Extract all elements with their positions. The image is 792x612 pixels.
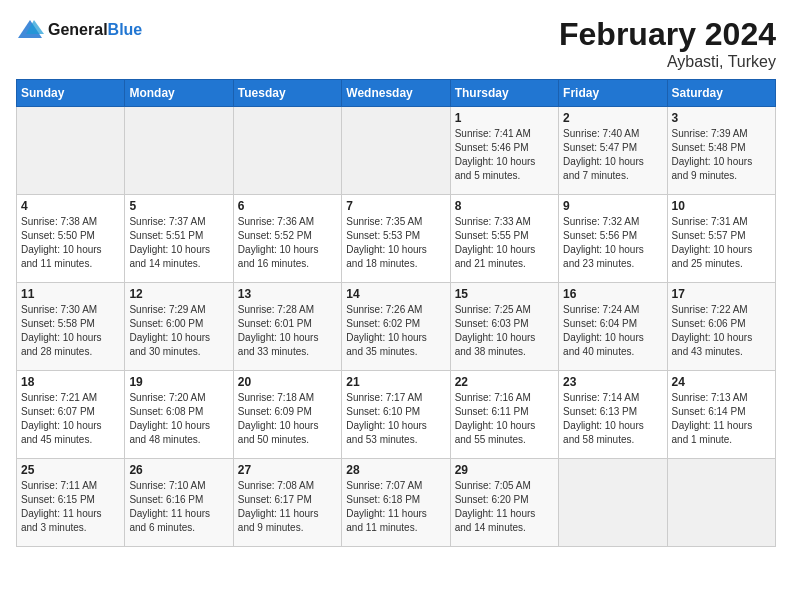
day-number: 17 bbox=[672, 287, 771, 301]
day-info: Sunrise: 7:17 AMSunset: 6:10 PMDaylight:… bbox=[346, 391, 445, 447]
day-info: Sunrise: 7:31 AMSunset: 5:57 PMDaylight:… bbox=[672, 215, 771, 271]
day-info: Sunrise: 7:32 AMSunset: 5:56 PMDaylight:… bbox=[563, 215, 662, 271]
day-number: 8 bbox=[455, 199, 554, 213]
day-info: Sunrise: 7:10 AMSunset: 6:16 PMDaylight:… bbox=[129, 479, 228, 535]
day-number: 1 bbox=[455, 111, 554, 125]
day-number: 18 bbox=[21, 375, 120, 389]
calendar-cell: 27Sunrise: 7:08 AMSunset: 6:17 PMDayligh… bbox=[233, 459, 341, 547]
calendar-cell bbox=[667, 459, 775, 547]
calendar-cell: 28Sunrise: 7:07 AMSunset: 6:18 PMDayligh… bbox=[342, 459, 450, 547]
day-number: 4 bbox=[21, 199, 120, 213]
title-block: February 2024 Aybasti, Turkey bbox=[559, 16, 776, 71]
day-number: 22 bbox=[455, 375, 554, 389]
calendar-table: SundayMondayTuesdayWednesdayThursdayFrid… bbox=[16, 79, 776, 547]
weekday-header-saturday: Saturday bbox=[667, 80, 775, 107]
day-info: Sunrise: 7:21 AMSunset: 6:07 PMDaylight:… bbox=[21, 391, 120, 447]
page-header: GeneralBlue February 2024 Aybasti, Turke… bbox=[16, 16, 776, 71]
day-info: Sunrise: 7:33 AMSunset: 5:55 PMDaylight:… bbox=[455, 215, 554, 271]
calendar-cell: 1Sunrise: 7:41 AMSunset: 5:46 PMDaylight… bbox=[450, 107, 558, 195]
day-number: 10 bbox=[672, 199, 771, 213]
day-number: 24 bbox=[672, 375, 771, 389]
calendar-week-row: 1Sunrise: 7:41 AMSunset: 5:46 PMDaylight… bbox=[17, 107, 776, 195]
day-info: Sunrise: 7:36 AMSunset: 5:52 PMDaylight:… bbox=[238, 215, 337, 271]
calendar-cell: 14Sunrise: 7:26 AMSunset: 6:02 PMDayligh… bbox=[342, 283, 450, 371]
day-info: Sunrise: 7:38 AMSunset: 5:50 PMDaylight:… bbox=[21, 215, 120, 271]
day-number: 16 bbox=[563, 287, 662, 301]
location: Aybasti, Turkey bbox=[559, 53, 776, 71]
day-info: Sunrise: 7:40 AMSunset: 5:47 PMDaylight:… bbox=[563, 127, 662, 183]
day-number: 28 bbox=[346, 463, 445, 477]
calendar-cell: 22Sunrise: 7:16 AMSunset: 6:11 PMDayligh… bbox=[450, 371, 558, 459]
day-info: Sunrise: 7:39 AMSunset: 5:48 PMDaylight:… bbox=[672, 127, 771, 183]
calendar-cell: 29Sunrise: 7:05 AMSunset: 6:20 PMDayligh… bbox=[450, 459, 558, 547]
calendar-week-row: 4Sunrise: 7:38 AMSunset: 5:50 PMDaylight… bbox=[17, 195, 776, 283]
day-info: Sunrise: 7:25 AMSunset: 6:03 PMDaylight:… bbox=[455, 303, 554, 359]
day-number: 27 bbox=[238, 463, 337, 477]
day-info: Sunrise: 7:08 AMSunset: 6:17 PMDaylight:… bbox=[238, 479, 337, 535]
calendar-week-row: 25Sunrise: 7:11 AMSunset: 6:15 PMDayligh… bbox=[17, 459, 776, 547]
day-info: Sunrise: 7:05 AMSunset: 6:20 PMDaylight:… bbox=[455, 479, 554, 535]
calendar-cell: 25Sunrise: 7:11 AMSunset: 6:15 PMDayligh… bbox=[17, 459, 125, 547]
day-number: 20 bbox=[238, 375, 337, 389]
day-number: 6 bbox=[238, 199, 337, 213]
calendar-week-row: 11Sunrise: 7:30 AMSunset: 5:58 PMDayligh… bbox=[17, 283, 776, 371]
day-number: 29 bbox=[455, 463, 554, 477]
weekday-header-tuesday: Tuesday bbox=[233, 80, 341, 107]
day-info: Sunrise: 7:22 AMSunset: 6:06 PMDaylight:… bbox=[672, 303, 771, 359]
calendar-cell: 3Sunrise: 7:39 AMSunset: 5:48 PMDaylight… bbox=[667, 107, 775, 195]
day-info: Sunrise: 7:29 AMSunset: 6:00 PMDaylight:… bbox=[129, 303, 228, 359]
day-number: 12 bbox=[129, 287, 228, 301]
calendar-cell: 6Sunrise: 7:36 AMSunset: 5:52 PMDaylight… bbox=[233, 195, 341, 283]
calendar-cell: 17Sunrise: 7:22 AMSunset: 6:06 PMDayligh… bbox=[667, 283, 775, 371]
day-info: Sunrise: 7:14 AMSunset: 6:13 PMDaylight:… bbox=[563, 391, 662, 447]
day-number: 19 bbox=[129, 375, 228, 389]
logo-text: GeneralBlue bbox=[48, 21, 142, 39]
calendar-cell: 8Sunrise: 7:33 AMSunset: 5:55 PMDaylight… bbox=[450, 195, 558, 283]
day-number: 26 bbox=[129, 463, 228, 477]
day-info: Sunrise: 7:30 AMSunset: 5:58 PMDaylight:… bbox=[21, 303, 120, 359]
calendar-cell: 16Sunrise: 7:24 AMSunset: 6:04 PMDayligh… bbox=[559, 283, 667, 371]
calendar-cell: 2Sunrise: 7:40 AMSunset: 5:47 PMDaylight… bbox=[559, 107, 667, 195]
calendar-cell bbox=[125, 107, 233, 195]
weekday-header-row: SundayMondayTuesdayWednesdayThursdayFrid… bbox=[17, 80, 776, 107]
day-info: Sunrise: 7:24 AMSunset: 6:04 PMDaylight:… bbox=[563, 303, 662, 359]
calendar-cell: 10Sunrise: 7:31 AMSunset: 5:57 PMDayligh… bbox=[667, 195, 775, 283]
calendar-cell: 13Sunrise: 7:28 AMSunset: 6:01 PMDayligh… bbox=[233, 283, 341, 371]
calendar-week-row: 18Sunrise: 7:21 AMSunset: 6:07 PMDayligh… bbox=[17, 371, 776, 459]
day-number: 15 bbox=[455, 287, 554, 301]
day-number: 14 bbox=[346, 287, 445, 301]
calendar-cell: 18Sunrise: 7:21 AMSunset: 6:07 PMDayligh… bbox=[17, 371, 125, 459]
calendar-cell: 19Sunrise: 7:20 AMSunset: 6:08 PMDayligh… bbox=[125, 371, 233, 459]
weekday-header-friday: Friday bbox=[559, 80, 667, 107]
calendar-cell: 23Sunrise: 7:14 AMSunset: 6:13 PMDayligh… bbox=[559, 371, 667, 459]
day-number: 13 bbox=[238, 287, 337, 301]
weekday-header-wednesday: Wednesday bbox=[342, 80, 450, 107]
calendar-cell: 11Sunrise: 7:30 AMSunset: 5:58 PMDayligh… bbox=[17, 283, 125, 371]
day-number: 5 bbox=[129, 199, 228, 213]
day-info: Sunrise: 7:28 AMSunset: 6:01 PMDaylight:… bbox=[238, 303, 337, 359]
calendar-cell bbox=[342, 107, 450, 195]
calendar-cell: 12Sunrise: 7:29 AMSunset: 6:00 PMDayligh… bbox=[125, 283, 233, 371]
day-info: Sunrise: 7:07 AMSunset: 6:18 PMDaylight:… bbox=[346, 479, 445, 535]
calendar-cell bbox=[17, 107, 125, 195]
day-info: Sunrise: 7:41 AMSunset: 5:46 PMDaylight:… bbox=[455, 127, 554, 183]
logo-icon bbox=[16, 16, 44, 44]
day-number: 11 bbox=[21, 287, 120, 301]
calendar-cell bbox=[233, 107, 341, 195]
calendar-cell bbox=[559, 459, 667, 547]
calendar-cell: 4Sunrise: 7:38 AMSunset: 5:50 PMDaylight… bbox=[17, 195, 125, 283]
day-info: Sunrise: 7:16 AMSunset: 6:11 PMDaylight:… bbox=[455, 391, 554, 447]
day-number: 7 bbox=[346, 199, 445, 213]
calendar-cell: 26Sunrise: 7:10 AMSunset: 6:16 PMDayligh… bbox=[125, 459, 233, 547]
day-number: 9 bbox=[563, 199, 662, 213]
calendar-cell: 24Sunrise: 7:13 AMSunset: 6:14 PMDayligh… bbox=[667, 371, 775, 459]
calendar-cell: 21Sunrise: 7:17 AMSunset: 6:10 PMDayligh… bbox=[342, 371, 450, 459]
day-info: Sunrise: 7:37 AMSunset: 5:51 PMDaylight:… bbox=[129, 215, 228, 271]
day-number: 2 bbox=[563, 111, 662, 125]
month-title: February 2024 bbox=[559, 16, 776, 53]
calendar-cell: 7Sunrise: 7:35 AMSunset: 5:53 PMDaylight… bbox=[342, 195, 450, 283]
day-info: Sunrise: 7:18 AMSunset: 6:09 PMDaylight:… bbox=[238, 391, 337, 447]
day-info: Sunrise: 7:13 AMSunset: 6:14 PMDaylight:… bbox=[672, 391, 771, 447]
calendar-cell: 5Sunrise: 7:37 AMSunset: 5:51 PMDaylight… bbox=[125, 195, 233, 283]
day-number: 3 bbox=[672, 111, 771, 125]
